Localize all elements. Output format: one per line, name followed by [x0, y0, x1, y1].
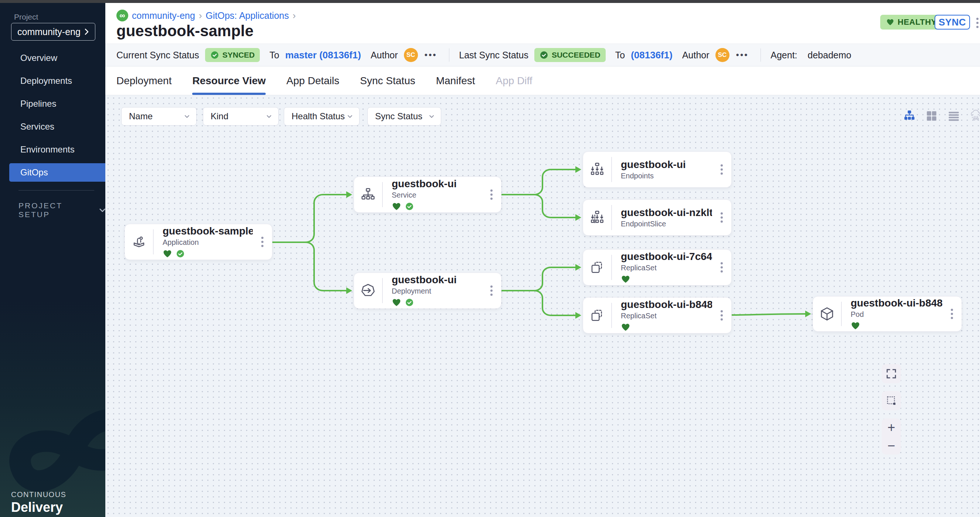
tab-bar: Deployment Resource View App Details Syn… [105, 67, 980, 95]
tab-app-details[interactable]: App Details [286, 67, 339, 95]
node-status [621, 274, 712, 284]
fullscreen-button[interactable] [882, 364, 901, 383]
deployment-icon [354, 273, 382, 308]
node-kebab-menu-icon[interactable] [490, 285, 493, 296]
pod-icon [813, 297, 841, 331]
node-kebab-menu-icon[interactable] [490, 189, 493, 200]
tab-label: App Diff [496, 75, 533, 87]
tab-label: Resource View [192, 75, 266, 87]
node-title: guestbook-ui [621, 159, 712, 171]
node-replicaset-2[interactable]: guestbook-ui-b848d5d9d ReplicaSet [583, 297, 732, 333]
current-revision-link[interactable]: master (08136f1) [285, 49, 361, 61]
grid-view-icon[interactable] [925, 109, 938, 123]
fit-selection-button[interactable] [882, 391, 901, 410]
node-endpointslice[interactable]: guestbook-ui-nzklt EndpointSlice [583, 200, 732, 236]
tab-manifest[interactable]: Manifest [436, 67, 475, 95]
author-avatar: SC [404, 48, 418, 62]
chevron-down-icon [347, 115, 353, 118]
main-area: ∞ community-eng › GitOps: Applications ›… [105, 3, 980, 517]
health-status-badge: HEALTHY [880, 15, 943, 30]
filter-label: Kind [211, 111, 228, 122]
resource-tree-canvas[interactable]: Name Kind Health Status Sync Status [105, 95, 980, 517]
view-toggle-group [903, 109, 980, 123]
filter-name-dropdown[interactable]: Name [121, 107, 197, 125]
zoom-out-button[interactable]: − [887, 439, 895, 452]
sidebar-item-label: Services [20, 122, 54, 132]
tab-deployment[interactable]: Deployment [116, 67, 172, 95]
tab-label: Deployment [116, 75, 172, 87]
node-title: guestbook-ui-b848d5d9... [851, 297, 942, 309]
filter-label: Name [129, 111, 153, 122]
service-icon [354, 177, 382, 213]
sidebar-item-gitops[interactable]: GitOps [9, 163, 105, 182]
list-view-icon[interactable] [947, 109, 961, 123]
sidebar: Project community-eng Overview Deploymen… [0, 0, 105, 517]
node-kind: EndpointSlice [621, 220, 712, 228]
cloud-network-view-icon[interactable] [969, 109, 980, 123]
node-title: guestbook-ui [392, 178, 482, 190]
node-kebab-menu-icon[interactable] [721, 310, 723, 320]
node-kind: ReplicaSet [621, 264, 712, 272]
sidebar-item-deployments[interactable]: Deployments [0, 71, 105, 90]
project-selector-value: community-eng [18, 27, 84, 37]
more-options-icon[interactable]: ••• [425, 50, 437, 60]
breadcrumb-project-link[interactable]: community-eng [132, 10, 195, 21]
node-kebab-menu-icon[interactable] [721, 213, 723, 223]
sidebar-item-environments[interactable]: Environments [0, 140, 105, 159]
sync-button[interactable]: SYNC [935, 15, 970, 30]
node-kebab-menu-icon[interactable] [721, 262, 723, 273]
synced-check-icon [405, 298, 414, 307]
agent-label: Agent: [770, 50, 797, 60]
author-label: Author [371, 50, 398, 60]
project-setup-toggle[interactable]: PROJECT SETUP [19, 201, 105, 219]
health-badge-label: HEALTHY [897, 17, 937, 27]
node-title: guestbook-ui-7c64987dc9 [621, 251, 712, 263]
replicaset-icon [583, 250, 611, 285]
node-kebab-menu-icon[interactable] [261, 237, 264, 247]
current-sync-status-label: Current Sync Status [116, 50, 199, 60]
synced-check-icon [405, 202, 414, 211]
node-service[interactable]: guestbook-ui Service [354, 176, 501, 213]
last-revision-link[interactable]: (08136f1) [631, 49, 673, 61]
chevron-down-icon [429, 115, 434, 118]
endpointslice-icon [583, 200, 611, 235]
last-sync-status-label: Last Sync Status [459, 50, 528, 60]
healthy-heart-icon [162, 249, 172, 258]
sidebar-item-label: Environments [20, 144, 75, 155]
sidebar-item-label: Overview [20, 53, 57, 63]
application-icon [125, 224, 153, 260]
sidebar-item-pipelines[interactable]: Pipelines [0, 95, 105, 113]
filter-kind-dropdown[interactable]: Kind [203, 107, 278, 125]
tree-view-icon[interactable] [903, 109, 916, 123]
project-selector[interactable]: community-eng [11, 23, 95, 41]
to-label: To [615, 50, 625, 60]
more-options-icon[interactable]: ••• [736, 50, 749, 60]
divider [760, 48, 761, 62]
node-endpoints[interactable]: guestbook-ui Endpoints [583, 151, 732, 187]
node-application[interactable]: guestbook-sample Application [124, 224, 272, 260]
node-deployment[interactable]: guestbook-ui Deployment [354, 273, 501, 309]
window-edge [0, 0, 980, 3]
filter-health-status-dropdown[interactable]: Health Status [284, 107, 360, 125]
breadcrumb-applications-link[interactable]: GitOps: Applications [206, 10, 289, 21]
node-kind: Endpoints [621, 172, 712, 180]
page-kebab-menu-icon[interactable] [976, 18, 978, 28]
tab-sync-status[interactable]: Sync Status [360, 67, 415, 95]
tab-resource-view[interactable]: Resource View [192, 67, 266, 95]
node-status [392, 298, 482, 307]
synced-badge: SYNCED [205, 48, 260, 62]
node-title: guestbook-ui-b848d5d9d [621, 299, 712, 311]
node-replicaset-1[interactable]: guestbook-ui-7c64987dc9 ReplicaSet [583, 249, 732, 285]
node-kebab-menu-icon[interactable] [951, 309, 953, 319]
sidebar-item-services[interactable]: Services [0, 117, 105, 136]
node-kebab-menu-icon[interactable] [721, 164, 723, 174]
module-logo-name: Delivery [11, 500, 66, 515]
gitops-app-screen: Project community-eng Overview Deploymen… [0, 0, 980, 517]
filter-label: Sync Status [375, 111, 422, 122]
author-avatar: SC [716, 48, 729, 62]
node-pod[interactable]: guestbook-ui-b848d5d9... Pod [813, 296, 962, 331]
sidebar-item-overview[interactable]: Overview [0, 49, 105, 67]
check-circle-icon [210, 51, 219, 59]
filter-sync-status-dropdown[interactable]: Sync Status [368, 107, 441, 125]
zoom-in-button[interactable]: + [887, 421, 895, 434]
